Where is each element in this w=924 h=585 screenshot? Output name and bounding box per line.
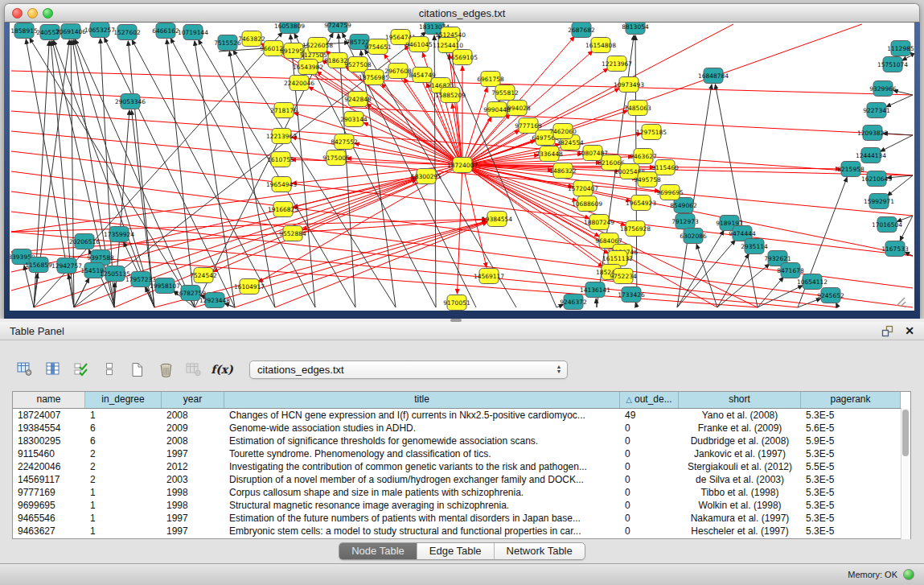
graph-node[interactable]: 12444134 xyxy=(856,148,886,163)
table-cell[interactable]: 5.6E-5 xyxy=(801,422,901,435)
graph-node[interactable]: 18807249 xyxy=(584,215,614,230)
table-cell[interactable]: 0 xyxy=(620,460,679,473)
graph-node[interactable]: 18756928 xyxy=(620,221,651,237)
graph-node[interactable]: 16848784 xyxy=(698,68,729,84)
graph-node[interactable]: 15751074 xyxy=(877,57,908,72)
table-cell[interactable]: Tourette syndrome. Phenomenology and cla… xyxy=(224,447,620,460)
graph-node[interactable]: 2935114 xyxy=(741,239,768,254)
graph-node[interactable]: 1733426 xyxy=(618,287,645,303)
table-cell[interactable]: 5.3E-5 xyxy=(801,447,901,460)
graph-node[interactable]: 9329966 xyxy=(869,81,897,97)
table-cell[interactable]: 49 xyxy=(620,409,679,422)
table-cell[interactable]: Wolkin et al. (1998) xyxy=(679,499,801,512)
network-graph[interactable]: 1858915240557220691406106532571527602646… xyxy=(10,23,914,311)
column-header-title[interactable]: title xyxy=(224,392,620,408)
table-cell[interactable]: 5.3E-5 xyxy=(801,486,901,499)
table-cell[interactable]: Changes of HCN gene expression and I(f) … xyxy=(224,409,620,422)
graph-node[interactable]: 9552884 xyxy=(279,226,306,241)
graph-node[interactable]: 15992971 xyxy=(864,194,894,209)
graph-node[interactable]: 7462060 xyxy=(549,124,577,139)
table-cell[interactable]: Hescheler et al. (1997) xyxy=(679,525,801,538)
tab-network-table[interactable]: Network Table xyxy=(495,543,585,559)
table-cell[interactable]: 9465546 xyxy=(13,512,85,525)
graph-node[interactable]: 9699695 xyxy=(656,185,684,200)
table-options-button[interactable] xyxy=(13,357,37,381)
table-cell[interactable]: 5.5E-5 xyxy=(801,460,901,473)
table-cell[interactable]: 1 xyxy=(85,486,162,499)
float-panel-icon[interactable] xyxy=(881,325,893,337)
table-cell[interactable]: 6 xyxy=(85,435,162,447)
table-cell[interactable]: Stergiakouli et al. (2012) xyxy=(679,460,801,473)
graph-node[interactable]: 8215958 xyxy=(837,162,864,177)
table-cell[interactable]: 1 xyxy=(85,512,162,525)
table-row[interactable]: 946554611997Estimation of the future num… xyxy=(13,512,910,525)
graph-node[interactable]: 17016504 xyxy=(872,217,902,233)
graph-node[interactable]: 1610755 xyxy=(267,152,294,167)
column-header-in_degree[interactable]: in_degree xyxy=(85,392,162,408)
graph-node[interactable]: 19654923 xyxy=(626,196,656,211)
graph-node[interactable]: 7485063 xyxy=(624,101,651,116)
table-cell[interactable]: Nakamura et al. (1997) xyxy=(679,512,801,525)
graph-node[interactable]: 12942757 xyxy=(51,258,82,274)
graph-node[interactable]: 20206516 xyxy=(69,234,100,249)
network-window-titlebar[interactable]: citations_edges.txt xyxy=(4,3,920,23)
graph-node[interactable]: 8813054 xyxy=(622,23,649,35)
table-row[interactable]: 1938455462009Genome-wide association stu… xyxy=(13,422,910,435)
table-cell[interactable]: 14569117 xyxy=(13,473,85,486)
graph-node[interactable]: 8427552 xyxy=(331,134,358,150)
graph-node[interactable]: 7912973 xyxy=(671,214,699,229)
graph-node[interactable]: 1486322 xyxy=(549,163,577,179)
table-cell[interactable]: Dudbridge et al. (2008) xyxy=(679,435,801,447)
graph-node[interactable]: 7524542 xyxy=(190,268,217,283)
tab-node-table[interactable]: Node Table xyxy=(339,543,417,559)
table-cell[interactable]: 18724007 xyxy=(13,409,85,422)
graph-node[interactable]: 2336448 xyxy=(536,146,563,162)
table-cell[interactable]: 1997 xyxy=(162,447,224,460)
table-cell[interactable]: 1 xyxy=(85,499,162,512)
graph-node[interactable]: 9752234 xyxy=(610,269,637,284)
zoom-button[interactable] xyxy=(43,8,53,19)
table-cell[interactable]: 5.3E-5 xyxy=(801,512,901,525)
table-cell[interactable]: Disruption of a novel member of a sodium… xyxy=(224,473,620,486)
table-cell[interactable]: 9699695 xyxy=(13,499,85,512)
table-row[interactable]: 969969511998Structural magnetic resonanc… xyxy=(13,499,910,512)
table-cell[interactable]: 0 xyxy=(620,512,679,525)
table-cell[interactable]: 0 xyxy=(620,499,679,512)
table-cell[interactable]: 2003 xyxy=(162,473,224,486)
graph-node[interactable]: 7515526 xyxy=(214,35,241,51)
graph-node[interactable]: 19384554 xyxy=(482,212,512,227)
table-row[interactable]: 2242004622012Investigating the contribut… xyxy=(13,460,910,473)
column-header-short[interactable]: short xyxy=(679,392,801,408)
graph-node[interactable]: 1858915 xyxy=(10,23,38,39)
table-select[interactable]: citations_edges.txt ▲▼ xyxy=(249,360,568,379)
graph-node[interactable]: 2903144 xyxy=(340,112,368,127)
column-header-year[interactable]: year xyxy=(162,392,224,408)
column-header-out_de[interactable]: △out_de... xyxy=(620,392,679,408)
graph-node[interactable]: 2967608 xyxy=(384,64,412,79)
graph-node[interactable]: 19166825 xyxy=(268,202,298,217)
graph-node[interactable]: 14136141 xyxy=(580,282,610,298)
graph-node[interactable]: 2687682 xyxy=(568,23,595,38)
cells-button[interactable] xyxy=(97,357,121,381)
table-cell[interactable]: Structural magnetic resonance image aver… xyxy=(224,499,620,512)
column-header-pagerank[interactable]: pagerank xyxy=(801,392,901,408)
table-cell[interactable]: 2008 xyxy=(162,435,224,447)
function-builder-button[interactable]: f(x) xyxy=(210,357,234,381)
network-canvas[interactable]: 1858915240557220691406106532571527602646… xyxy=(10,23,914,311)
table-cell[interactable]: 6 xyxy=(85,422,162,435)
graph-node[interactable]: 10719144 xyxy=(178,25,208,40)
table-cell[interactable]: 18300295 xyxy=(13,435,85,447)
table-cell[interactable]: 2 xyxy=(85,460,162,473)
close-button[interactable] xyxy=(12,8,23,19)
table-scrollbar[interactable] xyxy=(901,408,910,539)
graph-node[interactable]: 16053809 xyxy=(274,23,305,34)
graph-node[interactable]: 14569117 xyxy=(474,269,504,284)
table-row[interactable]: 1830029562008Estimation of significance … xyxy=(13,435,910,447)
table-cell[interactable]: Embryonic stem cells: a model to study s… xyxy=(224,525,620,538)
show-columns-button[interactable] xyxy=(41,357,65,381)
column-header-name[interactable]: name xyxy=(13,392,85,408)
memory-indicator[interactable] xyxy=(903,569,914,580)
graph-node[interactable]: 9175005 xyxy=(322,150,350,166)
graph-node[interactable]: 9170051 xyxy=(443,295,470,311)
graph-node[interactable]: 9463627 xyxy=(630,149,657,164)
